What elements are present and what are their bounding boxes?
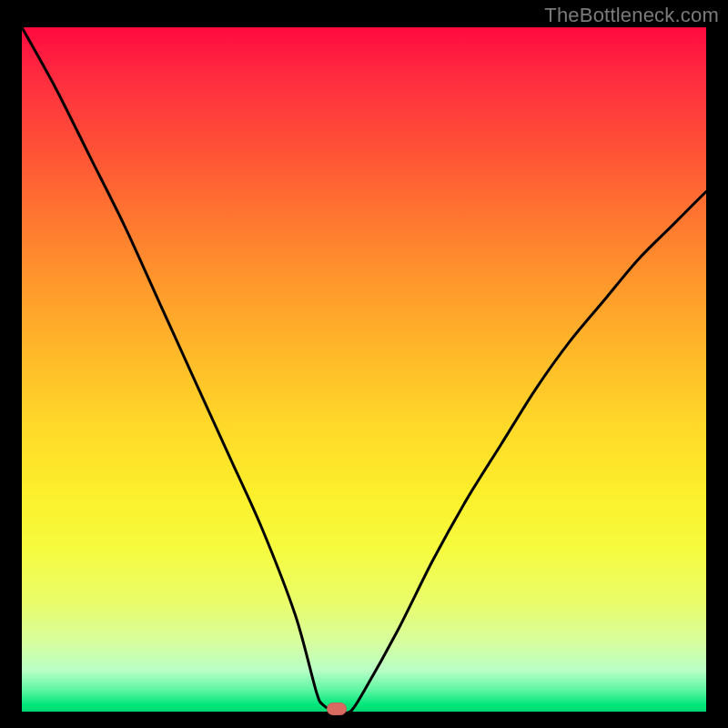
curve-path bbox=[22, 27, 706, 713]
bottleneck-marker bbox=[327, 703, 347, 715]
bottleneck-curve bbox=[22, 27, 706, 712]
chart-frame: TheBottleneck.com bbox=[0, 0, 728, 728]
plot-area bbox=[22, 27, 706, 712]
watermark-label: TheBottleneck.com bbox=[544, 4, 719, 27]
